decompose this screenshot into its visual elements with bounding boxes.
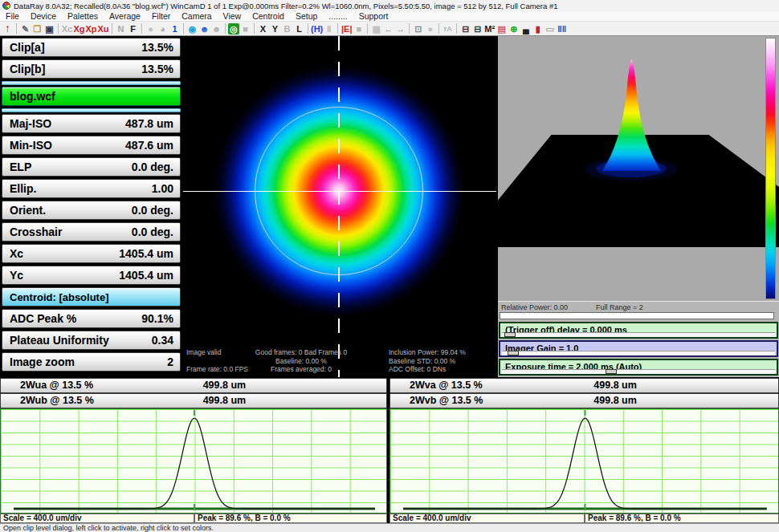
y-axis-button[interactable]: Y — [269, 22, 281, 35]
pause-icon[interactable]: ‖ — [323, 22, 335, 35]
xc-button[interactable]: Xc — [61, 22, 73, 35]
print-setup-icon[interactable]: ⊟ — [471, 22, 483, 35]
min-iso-button[interactable]: Min-ISO487.6 um — [2, 136, 181, 155]
sphere-g-icon[interactable]: ◕ — [157, 22, 169, 35]
plateau-uniformity-button[interactable]: Plateau Uniformity0.34 — [2, 331, 181, 350]
relative-power-label: Relative Power: 0.00 — [501, 303, 568, 311]
menu-device[interactable]: Device — [25, 11, 62, 22]
image-zoom-button[interactable]: Image zoom2 — [2, 352, 181, 372]
imager-gain-slider[interactable]: Imager Gain = 1.0 — [499, 340, 778, 357]
width-2wvb-button[interactable]: 2Wvb @ 13.5 %499.8 um — [390, 393, 779, 408]
user-blue-icon[interactable]: ☻ — [198, 22, 210, 35]
intensity-colorbar — [765, 38, 776, 299]
beam-image-view[interactable]: Image validFrame rate: 0.0 FPSGood frame… — [183, 36, 496, 377]
trigger-delay-slider[interactable]: (Trigger off) delay = 0.000 ms — [499, 322, 778, 339]
target-green-icon[interactable]: ◎ — [228, 23, 239, 35]
edit-pencil-icon[interactable]: ✎ — [19, 22, 31, 35]
peak-cell[interactable]: Peak = 89.6 %, B = 0.0 % — [194, 514, 387, 523]
capture-icon[interactable]: ◉ — [186, 22, 198, 35]
histogram-h-icon[interactable]: (H) — [311, 22, 323, 35]
scale-cell[interactable]: Scale = 400.0 um/div — [390, 514, 585, 523]
width-label: 2Wva @ 13.5 % — [390, 380, 483, 391]
prev-arrow-icon[interactable]: ← — [382, 22, 394, 35]
menu-average[interactable]: Average — [104, 11, 146, 22]
profile-plot-u[interactable] — [0, 408, 387, 514]
param-value: 90.1% — [141, 312, 173, 325]
copy-icon[interactable]: ⊡ — [412, 22, 424, 35]
slider-thumb[interactable] — [606, 369, 617, 374]
exposure-time-slider[interactable]: Exposure time = 2.000 ms (Auto) — [499, 359, 778, 376]
one-button[interactable]: 1 — [169, 22, 181, 35]
home-arrow-icon[interactable]: ↑ — [2, 22, 14, 35]
save-icon[interactable]: ▣ — [43, 22, 55, 35]
scale-cell[interactable]: Scale = 400.0 um/div — [0, 514, 194, 523]
menu-setup[interactable]: Setup — [290, 11, 323, 22]
profile-plot-v[interactable] — [390, 408, 779, 514]
xc-value-button[interactable]: Xc1405.4 um — [2, 244, 181, 263]
e-profile-icon[interactable]: |E| — [341, 22, 353, 35]
camera-icon[interactable]: ▭ — [544, 22, 556, 35]
xg-button[interactable]: Xg — [73, 22, 85, 35]
sphere2-icon[interactable]: ● — [424, 22, 436, 35]
toolbar-separator — [409, 23, 410, 34]
centroid-button[interactable]: Centroid: [absolute] — [2, 287, 181, 307]
menu-camera[interactable]: Camera — [176, 11, 217, 22]
menu-file[interactable]: File — [0, 11, 25, 22]
width-2wva-button[interactable]: 2Wva @ 13.5 %499.8 um — [390, 378, 779, 393]
align-target-icon[interactable]: ⊕ — [508, 22, 520, 35]
sphere-icon[interactable]: ● — [145, 22, 157, 35]
clip-b-button[interactable]: Clip[b]13.5% — [2, 59, 181, 79]
power-exposure-panel: Relative Power: 0.00 Full Range = 2 (Tri… — [498, 301, 779, 377]
menu-support[interactable]: Support — [353, 11, 394, 22]
slider-thumb[interactable] — [508, 351, 519, 355]
thermometer-icon[interactable]: ▮ — [532, 22, 544, 35]
xp-button[interactable]: Xp — [85, 22, 97, 35]
maj-iso-button[interactable]: Maj-ISO487.8 um — [2, 114, 181, 133]
m2-button[interactable]: M² — [483, 22, 496, 35]
width-label: 2Wvb @ 13.5 % — [390, 395, 483, 406]
gray-box2-icon[interactable]: ■ — [353, 22, 365, 35]
ellip-button[interactable]: Ellip.1.00 — [2, 179, 181, 198]
slider-track[interactable] — [502, 351, 775, 355]
title-bar: DataRay 8.0A32; Recalled(8.0A36 "blog.wc… — [0, 0, 779, 11]
3d-beam-peak — [498, 36, 779, 301]
menu-filter[interactable]: Filter — [146, 11, 176, 22]
relative-power-bar — [500, 312, 774, 319]
b-button[interactable]: B — [281, 22, 293, 35]
clip-a-button[interactable]: Clip[a]13.5% — [2, 38, 181, 57]
yc-value-button[interactable]: Yc1405.4 um — [2, 266, 181, 285]
slider-thumb[interactable] — [504, 332, 516, 337]
open-folder-icon[interactable]: ❐ — [31, 22, 43, 35]
next-arrow-icon[interactable]: → — [394, 22, 406, 35]
adc-peak-button[interactable]: ADC Peak %90.1% — [2, 309, 181, 328]
beam-3d-view[interactable] — [498, 36, 779, 301]
l-button[interactable]: L — [293, 22, 305, 35]
full-range-label: Full Range = 2 — [596, 303, 643, 311]
crosshair-button[interactable]: Crosshair0.0 deg. — [2, 222, 181, 242]
gray-box-icon[interactable]: ■ — [239, 22, 251, 35]
f-button[interactable]: F — [127, 22, 139, 35]
menu-centroid[interactable]: Centroid — [247, 11, 290, 22]
menu-dots[interactable]: ........ — [323, 11, 353, 22]
x-axis-button[interactable]: X — [257, 22, 269, 35]
grid-icon[interactable]: ▦ — [370, 22, 382, 35]
width-2wub-button[interactable]: 2Wub @ 13.5 %499.8 um — [0, 393, 387, 408]
peak-cell[interactable]: Peak = 89.6 %, B = 0.0 % — [585, 514, 779, 523]
file-button[interactable]: blog.wcf — [2, 87, 181, 106]
stamp-icon[interactable]: ▄ — [520, 22, 532, 35]
width-2wua-button[interactable]: 2Wua @ 13.5 %499.8 um — [0, 378, 387, 393]
elp-button[interactable]: ELP0.0 deg. — [2, 157, 181, 177]
trend-chart-icon[interactable]: ▤ — [496, 22, 508, 35]
menu-palettes[interactable]: Palettes — [62, 11, 104, 22]
menu-view[interactable]: View — [218, 11, 247, 22]
levels-icon[interactable]: ‖‖ — [556, 22, 568, 35]
xu-button[interactable]: Xu — [97, 22, 109, 35]
user-gray-icon[interactable]: ☻ — [210, 22, 222, 35]
toolbar-separator — [112, 23, 112, 34]
print-icon[interactable]: ⊟ — [459, 22, 471, 35]
ra-button[interactable]: rA — [442, 22, 454, 35]
orient-button[interactable]: Orient.0.0 deg. — [2, 201, 181, 220]
slider-track[interactable] — [502, 332, 775, 337]
slider-track[interactable] — [502, 369, 775, 374]
n-button[interactable]: N — [115, 22, 127, 35]
